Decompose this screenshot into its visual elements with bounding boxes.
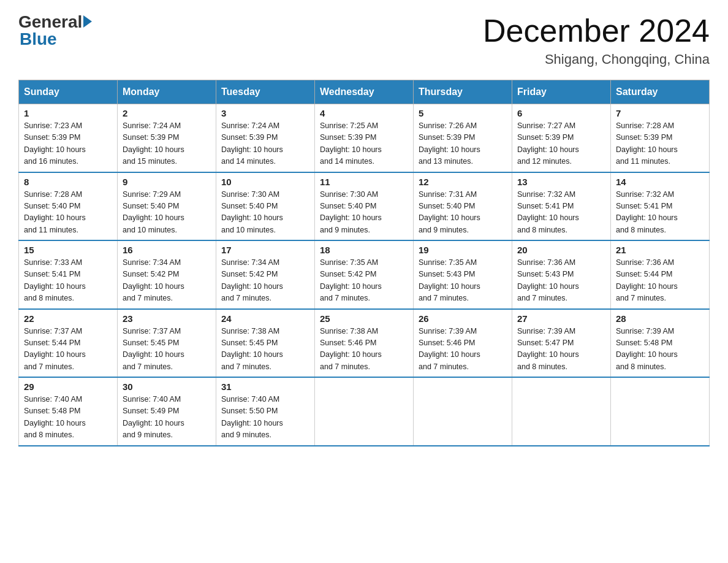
calendar-day-cell: 15Sunrise: 7:33 AM Sunset: 5:41 PM Dayli… xyxy=(19,240,118,309)
logo-triangle-icon xyxy=(83,15,92,28)
calendar-body: 1Sunrise: 7:23 AM Sunset: 5:39 PM Daylig… xyxy=(19,104,710,446)
location-subtitle: Shigang, Chongqing, China xyxy=(483,52,710,67)
day-number: 3 xyxy=(221,108,309,118)
calendar-day-cell: 7Sunrise: 7:28 AM Sunset: 5:39 PM Daylig… xyxy=(611,104,710,172)
logo-blue-text: Blue xyxy=(20,29,57,49)
calendar-day-cell: 18Sunrise: 7:35 AM Sunset: 5:42 PM Dayli… xyxy=(315,240,414,309)
day-number: 9 xyxy=(123,177,211,187)
day-sun-info: Sunrise: 7:28 AM Sunset: 5:40 PM Dayligh… xyxy=(24,189,112,237)
day-number: 18 xyxy=(320,245,408,255)
day-of-week-header: Friday xyxy=(512,80,611,104)
calendar-day-cell: 23Sunrise: 7:37 AM Sunset: 5:45 PM Dayli… xyxy=(118,309,216,378)
calendar-week-row: 29Sunrise: 7:40 AM Sunset: 5:48 PM Dayli… xyxy=(19,377,710,446)
day-of-week-header: Wednesday xyxy=(315,80,414,104)
day-number: 7 xyxy=(616,108,704,118)
day-number: 24 xyxy=(221,313,309,324)
day-number: 17 xyxy=(221,245,309,255)
day-sun-info: Sunrise: 7:32 AM Sunset: 5:41 PM Dayligh… xyxy=(517,189,605,237)
page-header: General Blue December 2024 Shigang, Chon… xyxy=(18,12,710,67)
day-of-week-header: Monday xyxy=(118,80,216,104)
calendar-day-cell: 16Sunrise: 7:34 AM Sunset: 5:42 PM Dayli… xyxy=(118,240,216,309)
calendar-day-cell: 30Sunrise: 7:40 AM Sunset: 5:49 PM Dayli… xyxy=(118,377,216,446)
day-sun-info: Sunrise: 7:26 AM Sunset: 5:39 PM Dayligh… xyxy=(419,120,507,168)
calendar-day-cell xyxy=(315,377,414,446)
calendar-header: SundayMondayTuesdayWednesdayThursdayFrid… xyxy=(19,80,710,104)
calendar-day-cell xyxy=(512,377,611,446)
day-sun-info: Sunrise: 7:37 AM Sunset: 5:44 PM Dayligh… xyxy=(24,326,112,373)
calendar-day-cell: 11Sunrise: 7:30 AM Sunset: 5:40 PM Dayli… xyxy=(315,172,414,241)
day-sun-info: Sunrise: 7:39 AM Sunset: 5:46 PM Dayligh… xyxy=(419,326,507,373)
calendar-week-row: 15Sunrise: 7:33 AM Sunset: 5:41 PM Dayli… xyxy=(19,240,710,309)
day-number: 26 xyxy=(419,313,507,324)
calendar-day-cell: 4Sunrise: 7:25 AM Sunset: 5:39 PM Daylig… xyxy=(315,104,414,172)
day-sun-info: Sunrise: 7:40 AM Sunset: 5:48 PM Dayligh… xyxy=(24,394,112,442)
calendar-week-row: 22Sunrise: 7:37 AM Sunset: 5:44 PM Dayli… xyxy=(19,309,710,378)
day-number: 31 xyxy=(221,381,309,392)
month-title: December 2024 xyxy=(483,12,710,49)
day-number: 29 xyxy=(24,381,112,392)
day-number: 13 xyxy=(517,177,605,187)
day-number: 4 xyxy=(320,108,408,118)
calendar-day-cell: 22Sunrise: 7:37 AM Sunset: 5:44 PM Dayli… xyxy=(19,309,118,378)
calendar-day-cell: 1Sunrise: 7:23 AM Sunset: 5:39 PM Daylig… xyxy=(19,104,118,172)
day-sun-info: Sunrise: 7:35 AM Sunset: 5:43 PM Dayligh… xyxy=(419,257,507,305)
day-number: 25 xyxy=(320,313,408,324)
calendar-day-cell: 20Sunrise: 7:36 AM Sunset: 5:43 PM Dayli… xyxy=(512,240,611,309)
calendar-day-cell: 6Sunrise: 7:27 AM Sunset: 5:39 PM Daylig… xyxy=(512,104,611,172)
day-sun-info: Sunrise: 7:24 AM Sunset: 5:39 PM Dayligh… xyxy=(123,120,211,168)
day-sun-info: Sunrise: 7:40 AM Sunset: 5:49 PM Dayligh… xyxy=(123,394,211,442)
calendar-day-cell xyxy=(611,377,710,446)
day-sun-info: Sunrise: 7:39 AM Sunset: 5:47 PM Dayligh… xyxy=(517,326,605,373)
day-number: 20 xyxy=(517,245,605,255)
day-number: 28 xyxy=(616,313,704,324)
calendar-day-cell: 19Sunrise: 7:35 AM Sunset: 5:43 PM Dayli… xyxy=(414,240,512,309)
day-sun-info: Sunrise: 7:40 AM Sunset: 5:50 PM Dayligh… xyxy=(221,394,309,442)
day-number: 23 xyxy=(123,313,211,324)
calendar-week-row: 8Sunrise: 7:28 AM Sunset: 5:40 PM Daylig… xyxy=(19,172,710,241)
calendar-day-cell: 2Sunrise: 7:24 AM Sunset: 5:39 PM Daylig… xyxy=(118,104,216,172)
calendar-week-row: 1Sunrise: 7:23 AM Sunset: 5:39 PM Daylig… xyxy=(19,104,710,172)
calendar-day-cell: 13Sunrise: 7:32 AM Sunset: 5:41 PM Dayli… xyxy=(512,172,611,241)
day-sun-info: Sunrise: 7:25 AM Sunset: 5:39 PM Dayligh… xyxy=(320,120,408,168)
day-sun-info: Sunrise: 7:37 AM Sunset: 5:45 PM Dayligh… xyxy=(123,326,211,373)
calendar-day-cell: 10Sunrise: 7:30 AM Sunset: 5:40 PM Dayli… xyxy=(216,172,315,241)
day-sun-info: Sunrise: 7:38 AM Sunset: 5:46 PM Dayligh… xyxy=(320,326,408,373)
day-number: 21 xyxy=(616,245,704,255)
calendar-day-cell: 31Sunrise: 7:40 AM Sunset: 5:50 PM Dayli… xyxy=(216,377,315,446)
day-sun-info: Sunrise: 7:31 AM Sunset: 5:40 PM Dayligh… xyxy=(419,189,507,237)
day-of-week-header: Tuesday xyxy=(216,80,315,104)
day-number: 2 xyxy=(123,108,211,118)
day-number: 1 xyxy=(24,108,112,118)
day-of-week-header: Thursday xyxy=(414,80,512,104)
day-sun-info: Sunrise: 7:30 AM Sunset: 5:40 PM Dayligh… xyxy=(221,189,309,237)
calendar-day-cell: 27Sunrise: 7:39 AM Sunset: 5:47 PM Dayli… xyxy=(512,309,611,378)
calendar-day-cell: 29Sunrise: 7:40 AM Sunset: 5:48 PM Dayli… xyxy=(19,377,118,446)
day-number: 27 xyxy=(517,313,605,324)
calendar-day-cell: 8Sunrise: 7:28 AM Sunset: 5:40 PM Daylig… xyxy=(19,172,118,241)
day-sun-info: Sunrise: 7:38 AM Sunset: 5:45 PM Dayligh… xyxy=(221,326,309,373)
calendar-day-cell: 24Sunrise: 7:38 AM Sunset: 5:45 PM Dayli… xyxy=(216,309,315,378)
calendar-table: SundayMondayTuesdayWednesdayThursdayFrid… xyxy=(18,80,710,446)
day-sun-info: Sunrise: 7:33 AM Sunset: 5:41 PM Dayligh… xyxy=(24,257,112,305)
calendar-day-cell: 12Sunrise: 7:31 AM Sunset: 5:40 PM Dayli… xyxy=(414,172,512,241)
calendar-day-cell xyxy=(414,377,512,446)
day-of-week-header: Sunday xyxy=(19,80,118,104)
calendar-day-cell: 5Sunrise: 7:26 AM Sunset: 5:39 PM Daylig… xyxy=(414,104,512,172)
day-number: 19 xyxy=(419,245,507,255)
day-number: 11 xyxy=(320,177,408,187)
day-number: 14 xyxy=(616,177,704,187)
day-number: 5 xyxy=(419,108,507,118)
day-sun-info: Sunrise: 7:39 AM Sunset: 5:48 PM Dayligh… xyxy=(616,326,704,373)
day-sun-info: Sunrise: 7:36 AM Sunset: 5:43 PM Dayligh… xyxy=(517,257,605,305)
day-number: 22 xyxy=(24,313,112,324)
day-sun-info: Sunrise: 7:29 AM Sunset: 5:40 PM Dayligh… xyxy=(123,189,211,237)
logo: General Blue xyxy=(18,12,92,49)
day-sun-info: Sunrise: 7:28 AM Sunset: 5:39 PM Dayligh… xyxy=(616,120,704,168)
calendar-day-cell: 21Sunrise: 7:36 AM Sunset: 5:44 PM Dayli… xyxy=(611,240,710,309)
day-number: 12 xyxy=(419,177,507,187)
days-of-week-row: SundayMondayTuesdayWednesdayThursdayFrid… xyxy=(19,80,710,104)
calendar-day-cell: 28Sunrise: 7:39 AM Sunset: 5:48 PM Dayli… xyxy=(611,309,710,378)
day-sun-info: Sunrise: 7:35 AM Sunset: 5:42 PM Dayligh… xyxy=(320,257,408,305)
day-sun-info: Sunrise: 7:32 AM Sunset: 5:41 PM Dayligh… xyxy=(616,189,704,237)
day-number: 8 xyxy=(24,177,112,187)
